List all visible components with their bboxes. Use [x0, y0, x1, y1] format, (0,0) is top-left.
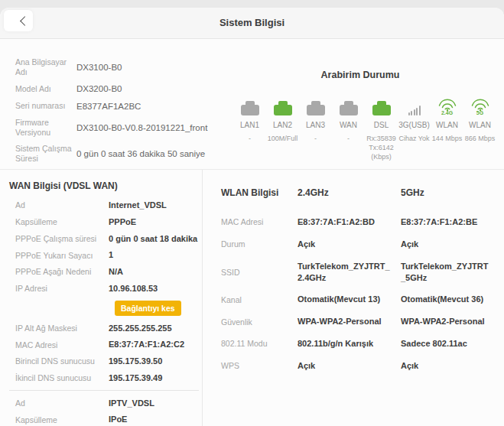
uptime-value: 0 gün 0 saat 36 dakika 50 saniye — [76, 148, 205, 159]
interface-wlan-5g: 5G WLAN 866 Mbps — [463, 97, 496, 161]
wlan-row: Kanal Otomatik(Mevcut 13) Otomatik(Mevcu… — [221, 288, 496, 311]
wan-row: Ad IPTV_VDSL — [9, 398, 199, 409]
interface-name: WLAN — [436, 121, 458, 129]
firmware-label: Firmware Versiyonu — [15, 118, 76, 138]
wlan-row: MAC Adresi E8:37:7A:F1:A2:BD E8:37:7A:F1… — [221, 211, 496, 233]
disconnect-button[interactable]: Bağlantıyı kes — [115, 301, 181, 316]
interface-3g-usb: 3G(USB) Cihaz Yok — [398, 97, 431, 161]
ethernet-port-icon — [274, 105, 292, 115]
pppoe-up-counter-label: PPPoE Yukarı Sayacı — [9, 251, 109, 261]
interface-name: LAN3 — [306, 121, 325, 129]
secondary-dns-label: İkincil DNS sunucusu — [9, 373, 109, 383]
wlan-ssid-5: TurkTelekom_ZYJTRT_5GHz — [401, 261, 496, 284]
wlan-channel-5: Otomatik(Mevcut 36) — [401, 294, 496, 305]
interface-wlan-24g: 2.4G WLAN 144 Mbps — [431, 97, 463, 161]
wlan-row: SSID TurkTelekom_ZYJTRT_2.4GHz TurkTelek… — [221, 255, 496, 289]
pppoe-uptime-label: PPPoE Çalışma süresi — [9, 234, 109, 244]
iptv-encap-value: IPoE — [109, 415, 127, 425]
wlan-row: Güvenlik WPA-WPA2-Personal WPA-WPA2-Pers… — [221, 311, 496, 333]
wan-mac-value: E8:37:7A:F1:A2:C2 — [109, 340, 184, 350]
ethernet-port-icon — [241, 105, 259, 115]
uptime-label: Sistem Çalışma Süresi — [15, 144, 76, 164]
firmware-value: DX3100-B0-V0.8-20191221_front — [76, 122, 207, 133]
router-admin-page: Sistem Bilgisi Ana Bilgisayar Adı DX3100… — [0, 0, 504, 426]
system-info-row: Model Adı DX3200-B0 — [15, 83, 224, 94]
wlan-col-5ghz: 5GHz — [401, 184, 496, 206]
wan-row: Kapsülleme PPPoE — [9, 217, 199, 228]
iptv-encap-label: Kapsülleme — [9, 415, 109, 425]
bottom-section: WAN Bilgisi (VDSL WAN) Ad Internet_VDSL … — [0, 170, 504, 426]
iptv-wan-rows: Ad IPTV_VDSL Kapsülleme IPoE — [9, 390, 199, 426]
secondary-dns-value: 195.175.39.49 — [109, 373, 162, 384]
wan-row: İkincil DNS sunucusu 195.175.39.49 — [9, 373, 199, 384]
pppoe-uptime-value: 0 gün 0 saat 18 dakika — [109, 234, 197, 245]
ethernet-port-icon — [307, 105, 325, 115]
interface-detail: - — [314, 134, 317, 143]
ip-address-value: 10.96.108.53 — [109, 284, 158, 294]
interface-lan2: LAN2 100M/Full — [266, 97, 299, 161]
wan-row: Birincil DNS sunucusu 195.175.39.50 — [9, 356, 199, 367]
wlan-status-24: Açık — [298, 239, 401, 250]
interface-lan1: LAN1 - — [233, 97, 266, 161]
wlan-info-panel: WLAN Bilgisi 2.4GHz 5GHz MAC Adresi E8:3… — [203, 170, 504, 426]
interface-wan: WAN - — [332, 97, 365, 161]
wan-info-panel: WAN Bilgisi (VDSL WAN) Ad Internet_VDSL … — [0, 170, 203, 426]
page-title: Sistem Bilgisi — [0, 8, 504, 38]
wan-name-label: Ad — [9, 200, 109, 210]
interface-detail: - — [249, 134, 251, 143]
wlan-header-row: WLAN Bilgisi 2.4GHz 5GHz — [221, 179, 496, 211]
wan-row: IP Alt Ağ Maskesi 255.255.255.255 — [9, 324, 199, 334]
wan-row: Kapsülleme IPoE — [9, 415, 199, 425]
page-header: Sistem Bilgisi — [0, 8, 504, 39]
wifi-icon — [437, 99, 457, 111]
wlan-mode-label: 802.11 Modu — [221, 339, 298, 348]
wlan-row: 802.11 Modu 802.11b/g/n Karışık Sadece 8… — [221, 333, 496, 355]
wifi-icon — [470, 99, 490, 111]
wan-info-title: WAN Bilgisi (VDSL WAN) — [9, 180, 199, 191]
interface-status-title: Arabirim Durumu — [224, 70, 496, 80]
signal-bars-icon — [408, 106, 421, 115]
wifi-band-label: 2.4G — [441, 110, 453, 115]
interface-detail: 144 Mbps — [432, 134, 463, 143]
system-info-row: Sistem Çalışma Süresi 0 gün 0 saat 36 da… — [15, 144, 224, 164]
wan-encap-value: PPPoE — [109, 217, 136, 228]
interface-lan3: LAN3 - — [299, 97, 332, 161]
wan-row: IP Adresi 10.96.108.53 — [9, 284, 199, 294]
primary-dns-value: 195.175.39.50 — [109, 356, 162, 367]
interface-name: DSL — [374, 121, 389, 129]
pppoe-down-reason-value: N/A — [109, 267, 123, 278]
interface-name: WLAN — [469, 121, 491, 129]
wlan-channel-24: Otomatik(Mevcut 13) — [298, 294, 401, 305]
wifi-band-label: 5G — [476, 110, 483, 115]
wlan-col-24ghz: 2.4GHz — [298, 184, 401, 206]
wan-row: MAC Adresi E8:37:7A:F1:A2:C2 — [9, 340, 199, 350]
interface-name: WAN — [340, 121, 357, 129]
subnet-mask-value: 255.255.255.255 — [109, 324, 172, 334]
subnet-mask-label: IP Alt Ağ Maskesi — [9, 324, 109, 333]
wlan-mac-24: E8:37:7A:F1:A2:BD — [298, 216, 401, 228]
system-info-row: Firmware Versiyonu DX3100-B0-V0.8-201912… — [15, 118, 224, 138]
interface-detail: - — [347, 134, 350, 143]
wan-row: PPPoE Yukarı Sayacı 1 — [9, 250, 199, 261]
system-info-table: Ana Bilgisayar Adı DX3100-B0 Model Adı D… — [0, 39, 224, 169]
wlan-mac-label: MAC Adresi — [221, 217, 298, 226]
wlan-status-label: Durum — [221, 239, 298, 249]
model-label: Model Adı — [15, 84, 76, 94]
iptv-name-label: Ad — [9, 398, 109, 408]
interface-status-panel: Arabirim Durumu LAN1 - LAN2 100M/Full — [224, 39, 504, 169]
wlan-wps-label: WPS — [221, 361, 298, 370]
interface-name: LAN2 — [273, 121, 292, 129]
primary-dns-label: Birincil DNS sunucusu — [9, 356, 109, 366]
wan-encap-label: Kapsülleme — [9, 217, 109, 227]
model-value: DX3200-B0 — [76, 83, 122, 94]
hostname-label: Ana Bilgisayar Adı — [15, 57, 76, 77]
iptv-name-value: IPTV_VDSL — [109, 398, 154, 409]
ethernet-port-icon — [340, 105, 358, 115]
wlan-row: WPS Açık Açık — [221, 355, 496, 377]
wlan-status-5: Açık — [401, 239, 496, 250]
interface-detail: 100M/Full — [268, 134, 298, 143]
wlan-mode-24: 802.11b/g/n Karışık — [298, 338, 401, 350]
wlan-security-5: WPA-WPA2-Personal — [401, 316, 496, 327]
interface-detail: 866 Mbps — [465, 134, 496, 143]
interface-name: LAN1 — [240, 121, 259, 129]
